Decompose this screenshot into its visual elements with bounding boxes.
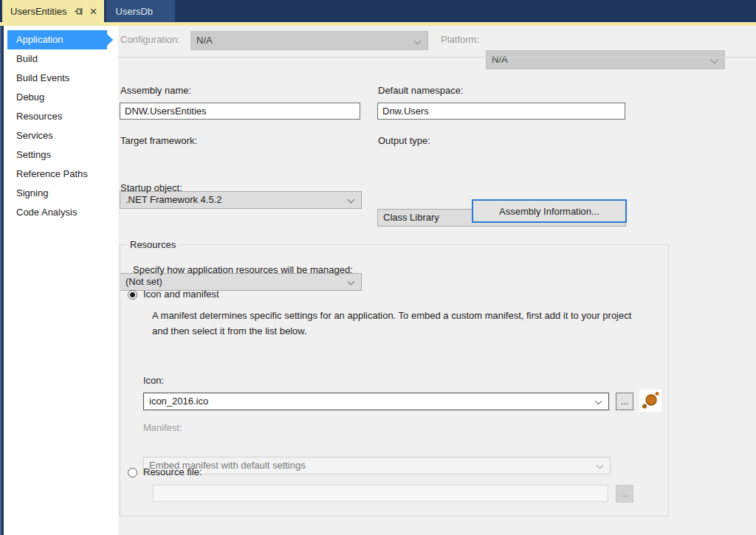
chevron-down-icon	[414, 38, 422, 45]
orange-dots-icon	[639, 390, 662, 412]
close-icon[interactable]: ×	[90, 7, 97, 16]
target-framework-dropdown[interactable]: .NET Framework 4.5.2	[120, 191, 362, 209]
application-properties-pane: Configuration: N/A Platform: N/A Assembl…	[118, 26, 756, 535]
resources-groupbox: Resources Specify how application resour…	[120, 244, 669, 517]
default-namespace-input[interactable]	[377, 103, 625, 120]
sidebar-item-debug[interactable]: Debug	[4, 88, 118, 107]
tab-users-db-label: UsersDb	[116, 6, 154, 17]
manifest-help-text: A manifest determines specific settings …	[152, 308, 647, 339]
tab-users-entities-label: UsersEntities	[10, 6, 67, 17]
window-left-edge	[0, 26, 1, 535]
resource-file-browse-button: ...	[616, 485, 633, 503]
sidebar-item-signing[interactable]: Signing	[4, 184, 118, 203]
icon-and-manifest-radio[interactable]	[128, 290, 137, 300]
platform-label: Platform:	[441, 34, 479, 45]
target-framework-label: Target framework:	[120, 135, 197, 146]
icon-and-manifest-label[interactable]: Icon and manifest	[143, 289, 219, 300]
vs-project-properties-window: { "tabs": { "active": "UsersEntities", "…	[0, 0, 756, 535]
sidebar-item-application[interactable]: Application	[4, 30, 118, 49]
tab-users-db[interactable]: UsersDb	[106, 0, 176, 22]
document-tab-bar: UsersEntities × UsersDb	[0, 0, 756, 22]
resource-file-label[interactable]: Resource file:	[143, 466, 202, 477]
resources-groupbox-legend: Resources	[126, 239, 179, 250]
icon-label: Icon:	[143, 375, 164, 386]
icon-browse-button[interactable]: ...	[616, 393, 633, 410]
chevron-down-icon	[711, 57, 718, 64]
default-namespace-label: Default namespace:	[378, 85, 464, 96]
resource-file-radio[interactable]	[128, 468, 137, 477]
sidebar-item-code-analysis[interactable]: Code Analysis	[4, 203, 118, 222]
chevron-down-icon	[348, 196, 355, 204]
platform-dropdown: N/A	[486, 50, 725, 69]
icon-preview-image	[639, 390, 662, 412]
tab-users-entities[interactable]: UsersEntities ×	[2, 0, 104, 22]
configuration-dropdown: N/A	[190, 31, 428, 50]
icon-combobox[interactable]: icon_2016.ico	[143, 393, 609, 410]
chevron-down-icon	[597, 462, 604, 469]
assembly-information-button[interactable]: Assembly Information...	[472, 199, 627, 223]
resources-description: Specify how application resources will b…	[133, 264, 353, 275]
startup-object-label: Startup object:	[120, 182, 182, 193]
sidebar-item-services[interactable]: Services	[4, 126, 118, 145]
chevron-down-icon	[595, 398, 602, 405]
output-type-label: Output type:	[378, 135, 430, 146]
manifest-dropdown: Embed manifest with default settings	[143, 457, 611, 474]
sidebar-item-build-events[interactable]: Build Events	[4, 69, 118, 88]
assembly-name-input[interactable]	[120, 103, 360, 120]
sidebar-item-settings[interactable]: Settings	[4, 145, 118, 165]
manifest-label: Manifest:	[143, 422, 182, 433]
configuration-label: Configuration:	[120, 34, 180, 45]
properties-sidebar: Application Build Build Events Debug Res…	[4, 26, 118, 535]
sidebar-item-resources[interactable]: Resources	[4, 107, 118, 126]
sidebar-item-reference-paths[interactable]: Reference Paths	[4, 165, 118, 184]
assembly-name-label: Assembly name:	[120, 85, 191, 96]
resource-file-input	[153, 485, 608, 502]
pin-icon[interactable]	[74, 7, 83, 16]
header-separator	[118, 57, 756, 58]
sidebar-item-build[interactable]: Build	[4, 49, 118, 69]
